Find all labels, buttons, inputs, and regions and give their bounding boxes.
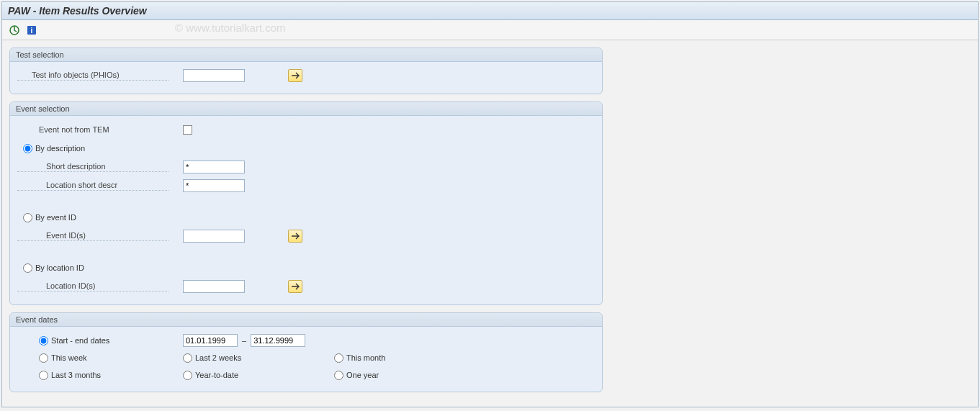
toolbar: i © www.tutorialkart.com [2, 20, 978, 40]
radio-by-event-id[interactable]: By event ID [17, 213, 183, 222]
multiple-selection-button-location[interactable] [288, 280, 302, 293]
group-event-selection: Event selection Event not from TEM By de… [9, 101, 603, 305]
input-date-to[interactable] [251, 334, 305, 347]
radio-label-by-event-id: By event ID [35, 213, 76, 222]
radio-this-week[interactable]: This week [17, 353, 183, 363]
radio-start-end-dates[interactable]: Start - end dates [17, 336, 183, 345]
info-icon[interactable]: i [25, 24, 38, 37]
radio-label-this-week: This week [51, 353, 87, 362]
page-title: PAW - Item Results Overview [2, 2, 978, 20]
label-event-ids: Event ID(s) [17, 231, 168, 241]
checkbox-event-not-tem[interactable] [183, 125, 192, 135]
input-location-short-descr[interactable] [183, 179, 245, 192]
group-title-event-selection: Event selection [10, 102, 602, 116]
label-location-ids: Location ID(s) [17, 281, 168, 292]
group-test-selection: Test selection Test info objects (PHIOs) [9, 48, 603, 94]
date-separator: – [242, 336, 246, 345]
radio-label-year-to-date: Year-to-date [195, 371, 238, 379]
label-short-description: Short description [17, 162, 168, 172]
input-location-ids[interactable] [183, 280, 245, 293]
multiple-selection-button[interactable] [288, 69, 302, 82]
label-test-info-objects: Test info objects (PHIOs) [17, 71, 168, 81]
radio-label-one-year: One year [346, 371, 379, 379]
multiple-selection-button-event[interactable] [288, 230, 302, 243]
radio-this-month[interactable]: This month [334, 353, 485, 363]
input-short-description[interactable] [183, 161, 245, 173]
radio-year-to-date[interactable]: Year-to-date [183, 371, 334, 380]
execute-icon[interactable] [8, 24, 21, 37]
svg-text:i: i [31, 27, 33, 35]
app-window: PAW - Item Results Overview i © www.tuto… [1, 1, 979, 407]
input-date-from[interactable] [183, 334, 238, 347]
watermark: © www.tutorialkart.com [175, 22, 286, 34]
radio-last-2-weeks[interactable]: Last 2 weeks [183, 353, 334, 363]
group-title-event-dates: Event dates [10, 313, 602, 327]
radio-by-description[interactable]: By description [17, 144, 183, 153]
radio-label-this-month: This month [346, 353, 385, 362]
radio-label-start-end: Start - end dates [51, 336, 109, 345]
radio-by-location-id[interactable]: By location ID [17, 263, 183, 273]
input-event-ids[interactable] [183, 230, 245, 243]
radio-label-by-location-id: By location ID [35, 263, 84, 272]
radio-label-by-description: By description [35, 144, 85, 153]
radio-one-year[interactable]: One year [334, 371, 485, 380]
group-event-dates: Event dates Start - end dates – This wee… [9, 312, 603, 392]
group-title-test-selection: Test selection [10, 48, 602, 62]
radio-label-last-3-months: Last 3 months [51, 371, 101, 379]
content-area: Test selection Test info objects (PHIOs)… [2, 40, 978, 407]
radio-label-last-2-weeks: Last 2 weeks [195, 353, 241, 362]
label-event-not-tem: Event not from TEM [17, 125, 168, 135]
input-test-info-objects[interactable] [183, 69, 245, 82]
label-location-short-descr: Location short descr [17, 181, 168, 191]
radio-last-3-months[interactable]: Last 3 months [17, 371, 183, 380]
